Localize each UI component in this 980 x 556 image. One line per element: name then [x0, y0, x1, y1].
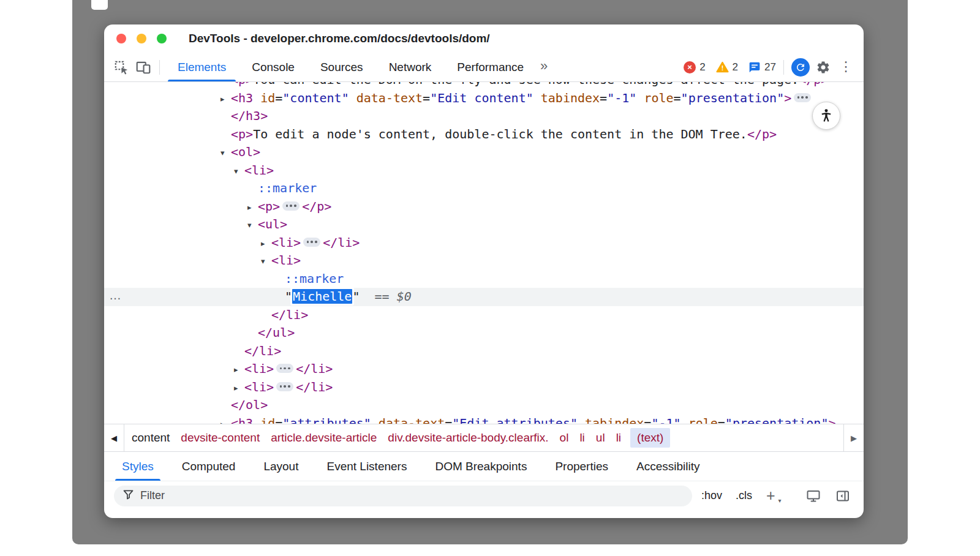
tab-dom-breakpoints[interactable]: DOM Breakpoints: [421, 452, 541, 481]
tab-styles[interactable]: Styles: [108, 452, 168, 481]
breadcrumb-scroll-left-icon[interactable]: ◀: [104, 424, 124, 451]
tab-layout[interactable]: Layout: [249, 452, 312, 481]
code-tag: >: [784, 91, 791, 105]
dom-tree-line[interactable]: ::marker: [104, 270, 864, 288]
minimize-window-button[interactable]: [137, 34, 146, 43]
warning-badge[interactable]: ! 2: [716, 61, 738, 73]
code-attr-name: tabindex: [541, 91, 600, 105]
inspect-element-icon[interactable]: [110, 57, 132, 78]
more-options-icon[interactable]: ⋮: [834, 59, 855, 76]
tab-console[interactable]: Console: [239, 53, 307, 81]
dom-tree-line[interactable]: ▾<li>: [104, 252, 864, 270]
dom-tree-line[interactable]: ▸<li></li>: [104, 378, 864, 397]
disclosure-expanded-icon[interactable]: ▾: [234, 162, 244, 181]
tab-sources[interactable]: Sources: [307, 53, 376, 81]
dom-tree-line[interactable]: </h3>: [104, 107, 864, 126]
tab-elements[interactable]: Elements: [165, 53, 239, 81]
dom-tree-line[interactable]: ▾<ol>: [104, 143, 864, 162]
breadcrumb-item[interactable]: devsite-content: [181, 431, 260, 445]
disclosure-expanded-icon[interactable]: ▾: [221, 144, 231, 162]
zoom-window-button[interactable]: [157, 34, 167, 43]
tab-performance[interactable]: Performance: [444, 53, 537, 81]
filter-field[interactable]: [114, 486, 692, 506]
code-text: =: [423, 91, 430, 105]
code-text: [253, 91, 260, 105]
cls-toggle[interactable]: .cls: [731, 489, 756, 502]
code-tag: <p>: [231, 82, 253, 87]
dom-tree-line[interactable]: <p>You can edit the DOM on the fly and s…: [104, 82, 864, 89]
code-text: [681, 416, 688, 424]
inline-edit-selection[interactable]: Michelle: [292, 289, 352, 304]
dom-tree-line[interactable]: ▾<li>: [104, 162, 864, 180]
breadcrumb-item[interactable]: ol: [560, 431, 569, 445]
code-attr-value: "Edit content": [430, 91, 533, 105]
tab-network[interactable]: Network: [376, 53, 445, 81]
dom-tree-line[interactable]: …"Michelle" == $0: [104, 288, 864, 306]
expand-ellipsis-icon[interactable]: [794, 93, 811, 102]
accessibility-person-icon[interactable]: [812, 102, 840, 130]
disclosure-collapsed-icon[interactable]: ▸: [234, 379, 244, 397]
row-actions-icon[interactable]: …: [109, 287, 122, 305]
hov-toggle[interactable]: :hov: [697, 489, 726, 502]
device-toolbar-icon[interactable]: [132, 57, 154, 78]
expand-ellipsis-icon[interactable]: [282, 201, 300, 211]
more-tabs-button[interactable]: »: [537, 58, 554, 77]
breadcrumb-item[interactable]: ul: [596, 431, 605, 445]
issues-badge[interactable]: 27: [748, 61, 776, 73]
expand-ellipsis-icon[interactable]: [276, 382, 293, 391]
dom-tree-line[interactable]: ▸<h3 id="attributes" data-text="Edit att…: [104, 415, 864, 424]
disclosure-collapsed-icon[interactable]: ▸: [261, 235, 271, 253]
disclosure-collapsed-icon[interactable]: ▸: [234, 361, 244, 379]
disclosure-collapsed-icon[interactable]: ▸: [221, 90, 231, 108]
sidebar-toggle-icon[interactable]: [832, 486, 854, 506]
settings-gear-icon[interactable]: [812, 57, 834, 78]
breadcrumb-item[interactable]: div.devsite-article-body.clearfix.: [388, 431, 548, 445]
dom-tree-line[interactable]: </li>: [104, 342, 864, 361]
tab-accessibility[interactable]: Accessibility: [622, 452, 714, 481]
code-text: =: [275, 91, 282, 105]
disclosure-collapsed-icon[interactable]: ▸: [247, 198, 258, 217]
dom-tree-line[interactable]: ▸<p></p>: [104, 198, 864, 216]
expand-ellipsis-icon[interactable]: [303, 238, 320, 247]
dom-tree-line[interactable]: </ol>: [104, 396, 864, 415]
filter-input[interactable]: [140, 489, 684, 502]
disclosure-collapsed-icon[interactable]: ▸: [221, 415, 231, 424]
code-text: To edit a node's content, double-click t…: [253, 127, 747, 141]
rendering-emulation-icon[interactable]: [802, 486, 824, 506]
breadcrumb-item[interactable]: article.devsite-article: [271, 431, 377, 445]
breadcrumb-item[interactable]: li: [616, 431, 621, 445]
dom-tree-line[interactable]: ▸<li></li>: [104, 234, 864, 252]
breadcrumb-item[interactable]: li: [579, 431, 584, 445]
code-tag: <h3: [231, 91, 253, 105]
dom-tree-line[interactable]: ▸<h3 id="content" data-text="Edit conten…: [104, 89, 864, 108]
code-attr-name: data-text: [356, 91, 423, 105]
code-attr-value: "presentation": [681, 91, 785, 105]
dom-tree-line[interactable]: </ul>: [104, 324, 864, 342]
tab-event-listeners[interactable]: Event Listeners: [312, 452, 421, 481]
breadcrumb-item[interactable]: (text): [630, 428, 670, 448]
new-style-rule-icon[interactable]: +▾: [761, 488, 782, 503]
dom-tree-line[interactable]: ::marker: [104, 179, 864, 198]
code-text: =: [600, 91, 607, 105]
code-tag: </p>: [799, 82, 828, 87]
error-badge[interactable]: × 2: [684, 61, 705, 73]
tab-properties[interactable]: Properties: [541, 452, 622, 481]
dom-tree-line[interactable]: ▸<li></li>: [104, 360, 864, 378]
tab-computed[interactable]: Computed: [168, 452, 250, 481]
svg-text:!: !: [721, 64, 723, 72]
dom-tree-line[interactable]: ▾<ul>: [104, 216, 864, 234]
expand-ellipsis-icon[interactable]: [276, 364, 293, 373]
disclosure-expanded-icon[interactable]: ▾: [261, 252, 271, 271]
code-tag: </li>: [271, 307, 308, 322]
code-tag: </li>: [323, 235, 360, 250]
close-window-button[interactable]: [116, 34, 126, 43]
dom-tree-line[interactable]: <p>To edit a node's content, double-clic…: [104, 126, 864, 144]
disclosure-expanded-icon[interactable]: ▾: [247, 216, 258, 235]
code-attr-name: role: [688, 416, 718, 424]
breadcrumb-scroll-right-icon[interactable]: ▶: [843, 424, 864, 451]
dom-tree-line[interactable]: </li>: [104, 306, 864, 325]
breadcrumb-item[interactable]: content: [132, 431, 170, 445]
code-text: You can edit the DOM on the fly and see …: [253, 82, 799, 87]
refresh-activity-icon[interactable]: [791, 58, 810, 77]
code-text: [636, 91, 644, 105]
